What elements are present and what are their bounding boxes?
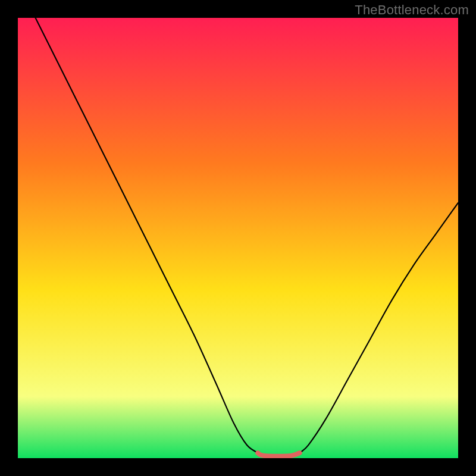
gradient-background	[18, 18, 458, 458]
plot-area	[18, 18, 458, 458]
watermark-text: TheBottleneck.com	[355, 2, 469, 18]
plot-svg	[18, 18, 458, 458]
chart-frame: TheBottleneck.com	[0, 0, 476, 476]
